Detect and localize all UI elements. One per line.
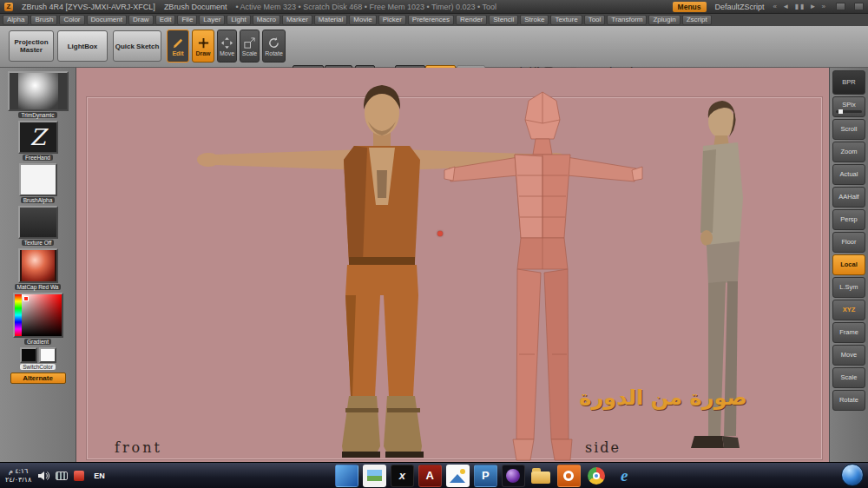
white-ring — [563, 471, 574, 481]
menu-tool[interactable]: Tool — [584, 15, 606, 25]
menu-stroke[interactable]: Stroke — [520, 15, 549, 25]
scale-icon — [243, 36, 256, 49]
tray-app-icon[interactable] — [74, 471, 84, 481]
xyz-button[interactable]: XYZ — [832, 300, 865, 320]
menu-movie[interactable]: Movie — [349, 15, 376, 25]
window-mode-icon[interactable] — [836, 3, 845, 10]
menu-render[interactable]: Render — [456, 15, 487, 25]
menu-macro[interactable]: Macro — [253, 15, 280, 25]
menu-brush[interactable]: Brush — [30, 15, 57, 25]
volume-icon[interactable] — [37, 471, 49, 481]
menu-zscript[interactable]: Zscript — [682, 15, 712, 25]
menu-marker[interactable]: Marker — [282, 15, 312, 25]
quick-sketch-button[interactable]: Quick Sketch — [113, 30, 161, 62]
menu-edit[interactable]: Edit — [155, 15, 176, 25]
current-material-selector[interactable]: MatCap Red Wa — [15, 248, 62, 290]
move-mode-button[interactable]: Move — [217, 30, 237, 63]
menu-layer[interactable]: Layer — [199, 15, 225, 25]
texture-off-thumbnail — [18, 206, 58, 239]
hue-strip[interactable] — [15, 294, 22, 336]
frame-button[interactable]: Frame — [832, 322, 865, 343]
document-title: ZBrush Document — [164, 3, 227, 11]
move-arrows-icon — [220, 36, 233, 49]
aahalf-button[interactable]: AAHalf — [832, 187, 865, 208]
texture-name: Texture Off — [22, 240, 55, 246]
taskbar-clock[interactable]: ٤:١٦ م ٢٤/٠٣/١٨ — [5, 467, 31, 485]
menu-stencil[interactable]: Stencil — [489, 15, 518, 25]
photo-app-icon[interactable] — [363, 465, 386, 487]
media-player-classic-icon[interactable] — [502, 465, 525, 487]
move-nav-button[interactable]: Move — [832, 345, 865, 366]
menu-material[interactable]: Material — [314, 15, 347, 25]
menu-light[interactable]: Light — [227, 15, 250, 25]
scale-nav-button[interactable]: Scale — [832, 367, 865, 388]
menu-draw[interactable]: Draw — [128, 15, 154, 25]
edit-mode-button[interactable]: Edit — [167, 30, 189, 63]
app-title: ZBrush 4R4 [ZYVS-JMXI-AVRJ-XFCL] — [22, 3, 155, 11]
persp-button[interactable]: Persp — [832, 209, 865, 230]
secondary-color-swatch[interactable] — [39, 347, 56, 363]
alternate-button[interactable]: Alternate — [10, 373, 66, 384]
local-button[interactable]: Local — [832, 254, 865, 275]
lightbox-button[interactable]: LightBox — [57, 30, 108, 62]
color-gradient-picker[interactable] — [13, 293, 63, 338]
projection-master-button[interactable]: Projection Master — [9, 30, 54, 62]
folder-icon[interactable] — [529, 465, 553, 487]
menu-alpha[interactable]: Alpha — [3, 15, 29, 25]
current-alpha-selector[interactable]: BrushAlpha — [19, 163, 57, 203]
spix-slider[interactable] — [836, 110, 862, 113]
menu-document[interactable]: Document — [87, 15, 127, 25]
switch-color-control[interactable]: SwitchColor — [20, 347, 56, 370]
media-app-icon[interactable] — [335, 465, 358, 487]
zscript-playback-controls[interactable]: « ◄ ▮▮ ► » — [773, 3, 827, 10]
current-stroke-selector[interactable]: Z FreeHand — [18, 121, 58, 161]
menu-transform[interactable]: Transform — [607, 15, 647, 25]
zoom-button[interactable]: Zoom — [832, 142, 865, 162]
title-bar: Z ZBrush 4R4 [ZYVS-JMXI-AVRJ-XFCL] ZBrus… — [0, 0, 868, 14]
menus-button[interactable]: Menus — [673, 2, 707, 12]
menu-picker[interactable]: Picker — [378, 15, 406, 25]
menu-bar: Alpha Brush Color Document Draw Edit Fil… — [0, 14, 868, 26]
gradient-label: Gradient — [24, 339, 51, 345]
material-name: MatCap Red Wa — [15, 284, 62, 290]
image-viewer-icon[interactable] — [446, 465, 470, 487]
sports-app-icon[interactable]: x — [391, 465, 414, 487]
actual-button[interactable]: Actual — [832, 164, 865, 185]
current-brush-selector[interactable]: TrimDynamic — [8, 71, 69, 118]
current-texture-selector[interactable]: Texture Off — [18, 206, 58, 246]
screen-size-icon[interactable] — [854, 3, 864, 10]
chrome-icon[interactable] — [585, 465, 608, 487]
alternate-control[interactable]: Alternate — [10, 373, 66, 384]
scroll-button[interactable]: Scroll — [832, 119, 865, 140]
tray-date: ٢٤/٠٣/١٨ — [5, 476, 31, 485]
powerpoint-icon[interactable]: P — [474, 465, 497, 487]
matcap-red-sphere-thumbnail — [18, 248, 58, 283]
menu-preferences[interactable]: Preferences — [408, 15, 454, 25]
scale-mode-button[interactable]: Scale — [240, 30, 260, 63]
draw-mode-button[interactable]: Draw — [192, 30, 214, 63]
spix-button[interactable]: SPix — [832, 96, 865, 117]
main-color-swatch[interactable] — [20, 347, 37, 363]
start-orb-icon[interactable] — [841, 464, 864, 486]
menu-texture[interactable]: Texture — [550, 15, 582, 25]
document-canvas[interactable]: front side صورة من الدورة — [76, 68, 829, 462]
color-picker[interactable]: Gradient — [13, 293, 63, 345]
internet-explorer-icon[interactable]: e — [613, 465, 636, 487]
memory-stats: • Active Mem 323 • Scratch Disk 468 • Fr… — [235, 3, 496, 11]
adobe-reader-icon[interactable]: A — [418, 465, 442, 487]
rotate-mode-button[interactable]: Rotate — [262, 30, 286, 63]
zbrush-window: Z ZBrush 4R4 [ZYVS-JMXI-AVRJ-XFCL] ZBrus… — [0, 0, 868, 488]
language-indicator[interactable]: EN — [90, 472, 108, 480]
media-player-orange-icon[interactable] — [557, 465, 581, 487]
menu-file[interactable]: File — [177, 15, 197, 25]
keyboard-layout-icon[interactable] — [56, 472, 68, 480]
menu-color[interactable]: Color — [59, 15, 84, 25]
menu-zplugin[interactable]: Zplugin — [648, 15, 680, 25]
rotate-nav-button[interactable]: Rotate — [832, 390, 865, 411]
lsym-button[interactable]: L.Sym — [832, 277, 865, 298]
floor-button[interactable]: Floor — [832, 232, 865, 253]
taskbar-apps: x A P e — [335, 465, 636, 487]
bpr-render-button[interactable]: BPR — [832, 70, 865, 95]
spix-slider-handle[interactable] — [838, 109, 843, 114]
zscript-name: DefaultZScript — [715, 3, 765, 11]
